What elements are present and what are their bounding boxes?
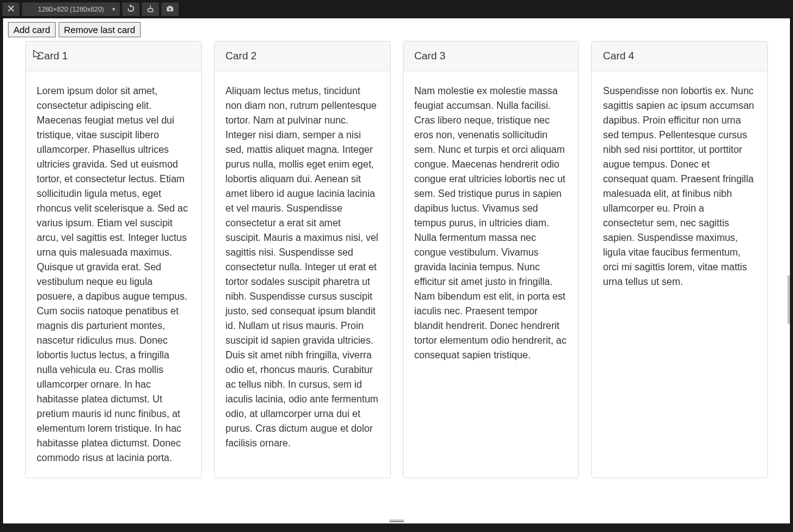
touch-icon — [146, 4, 155, 15]
card-header: Card 3 — [404, 42, 579, 72]
viewport-wrap: Add card Remove last card Card 1 Lorem i… — [0, 18, 793, 532]
cards-container: Card 1 Lorem ipsum dolor sit amet, conse… — [8, 39, 785, 478]
camera-icon — [166, 4, 174, 15]
card-header: Card 1 — [26, 42, 201, 72]
card: Card 4 Suspendisse non lobortis ex. Nunc… — [591, 41, 768, 478]
remove-card-button[interactable]: Remove last card — [59, 22, 141, 37]
scrollbar-thumb[interactable] — [787, 275, 790, 324]
resize-handle[interactable] — [389, 520, 404, 522]
chevron-down-icon: ▼ — [111, 7, 116, 12]
button-row: Add card Remove last card — [8, 22, 785, 37]
card-body: Aliquam lectus metus, tincidunt non diam… — [215, 72, 390, 463]
close-icon — [7, 4, 15, 15]
svg-point-2 — [169, 8, 171, 10]
rotate-button[interactable] — [122, 2, 139, 16]
card-header: Card 4 — [592, 42, 767, 72]
card-body: Lorem ipsum dolor sit amet, consectetur … — [26, 72, 201, 478]
card: Card 3 Nam molestie ex molestie massa fe… — [403, 41, 580, 478]
card-header: Card 2 — [215, 42, 390, 72]
page-content: Add card Remove last card Card 1 Lorem i… — [3, 18, 790, 482]
touch-button[interactable] — [142, 2, 159, 16]
svg-rect-1 — [168, 6, 171, 7]
card-body: Nam molestie ex molestie massa feugiat a… — [404, 72, 579, 375]
add-card-button[interactable]: Add card — [8, 22, 56, 37]
close-button[interactable] — [2, 2, 20, 16]
resolution-select[interactable]: 1280×820 (1280x820) ▼ — [22, 2, 120, 16]
card: Card 2 Aliquam lectus metus, tincidunt n… — [214, 41, 391, 478]
viewport: Add card Remove last card Card 1 Lorem i… — [3, 18, 790, 523]
card: Card 1 Lorem ipsum dolor sit amet, conse… — [25, 41, 202, 478]
rotate-icon — [127, 4, 135, 15]
screenshot-button[interactable] — [161, 2, 179, 16]
card-body: Suspendisse non lobortis ex. Nunc sagitt… — [592, 72, 767, 301]
devtools-bar: 1280×820 (1280x820) ▼ — [0, 0, 793, 18]
resolution-label: 1280×820 (1280x820) — [38, 6, 104, 13]
